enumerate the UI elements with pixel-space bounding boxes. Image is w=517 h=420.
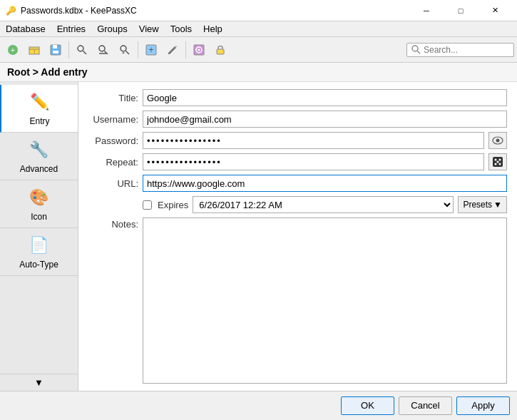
minimize-button[interactable]: ─ xyxy=(410,0,443,21)
toolbar-open[interactable]: ↑ xyxy=(24,40,44,60)
title-row: Title: xyxy=(88,89,507,106)
title-bar: 🔑 Passwords.kdbx - KeePassXC ─ □ ✕ xyxy=(0,0,517,21)
search-icon xyxy=(411,45,421,54)
toolbar-edit[interactable] xyxy=(163,40,183,60)
menu-view[interactable]: View xyxy=(133,21,165,37)
toolbar-search-btn[interactable] xyxy=(72,40,92,60)
window-title: Passwords.kdbx - KeePassXC xyxy=(21,6,137,16)
url-input[interactable] xyxy=(143,175,507,192)
svg-text:+: + xyxy=(11,46,15,54)
menu-bar: Database Entries Groups View Tools Help xyxy=(0,21,517,37)
expires-checkbox[interactable] xyxy=(143,200,152,210)
toolbar-add-entry[interactable]: + xyxy=(141,40,161,60)
title-input[interactable] xyxy=(143,89,507,106)
sidebar-item-advanced[interactable]: 🔧 Advanced xyxy=(0,133,78,180)
toolbar-sep-3 xyxy=(185,41,186,58)
svg-point-23 xyxy=(496,139,500,143)
eye-icon xyxy=(492,136,503,145)
svg-point-26 xyxy=(499,159,501,161)
expires-text: Expires xyxy=(158,200,188,210)
expires-row: Expires 6/26/2017 12:22 AM Presets ▼ xyxy=(88,196,507,213)
title-label: Title: xyxy=(88,93,138,103)
show-password-button[interactable] xyxy=(488,132,507,149)
username-input[interactable] xyxy=(143,111,507,128)
cancel-button[interactable]: Cancel xyxy=(399,396,452,415)
toolbar-search3[interactable] xyxy=(115,40,135,60)
sidebar: ✏️ Entry 🔧 Advanced 🎨 Icon 📄 Auto-Type ▼ xyxy=(0,82,78,391)
sidebar-item-autotype[interactable]: 📄 Auto-Type xyxy=(0,228,78,276)
sidebar-label-entry: Entry xyxy=(29,116,49,126)
toolbar-save[interactable] xyxy=(46,40,66,60)
title-bar-controls: ─ □ ✕ xyxy=(410,0,511,21)
apply-button[interactable]: Apply xyxy=(456,396,510,415)
password-label: Password: xyxy=(88,135,138,146)
repeat-input[interactable] xyxy=(143,153,484,170)
svg-point-18 xyxy=(198,48,200,51)
menu-database[interactable]: Database xyxy=(0,21,51,37)
password-row: Password: xyxy=(88,132,507,149)
toolbar-lock[interactable] xyxy=(210,40,230,60)
sidebar-label-autotype: Auto-Type xyxy=(19,260,58,270)
expires-date-select[interactable]: 6/26/2017 12:22 AM xyxy=(193,196,454,213)
password-input[interactable] xyxy=(143,132,484,149)
svg-text:↑: ↑ xyxy=(33,48,36,55)
scroll-down-icon: ▼ xyxy=(34,377,43,388)
icon-tab-icon: 🎨 xyxy=(28,186,51,209)
svg-point-20 xyxy=(412,46,418,51)
toolbar-sep-2 xyxy=(138,41,138,58)
username-row: Username: xyxy=(88,111,507,128)
menu-groups[interactable]: Groups xyxy=(91,21,133,37)
breadcrumb: Root > Add entry xyxy=(0,63,517,82)
toolbar-generate[interactable] xyxy=(189,40,209,60)
presets-label: Presets xyxy=(463,200,492,210)
sidebar-item-entry[interactable]: ✏️ Entry xyxy=(0,85,78,133)
url-row: URL: xyxy=(88,175,507,192)
toolbar-new-database[interactable]: + xyxy=(3,40,23,60)
svg-text:+: + xyxy=(148,45,153,55)
generate-password-button[interactable] xyxy=(488,153,507,170)
svg-point-27 xyxy=(495,163,497,165)
svg-rect-5 xyxy=(53,45,57,48)
autotype-icon: 📄 xyxy=(28,234,51,257)
sidebar-scroll-down[interactable]: ▼ xyxy=(0,374,78,391)
form-area: Title: Username: Password: Repeat: xyxy=(78,82,517,391)
close-button[interactable]: ✕ xyxy=(478,0,511,21)
svg-rect-19 xyxy=(217,49,224,54)
toolbar-search2[interactable] xyxy=(93,40,113,60)
maximize-button[interactable]: □ xyxy=(444,0,477,21)
footer: OK Cancel Apply xyxy=(0,391,517,419)
svg-point-28 xyxy=(499,163,501,165)
toolbar: + ↑ + xyxy=(0,37,517,63)
svg-point-7 xyxy=(78,46,83,51)
toolbar-sep-1 xyxy=(68,41,69,58)
advanced-icon: 🔧 xyxy=(28,138,51,161)
title-bar-left: 🔑 Passwords.kdbx - KeePassXC xyxy=(6,6,137,16)
presets-arrow-icon: ▼ xyxy=(493,200,502,210)
menu-tools[interactable]: Tools xyxy=(165,21,198,37)
entry-icon: ✏️ xyxy=(29,91,51,113)
repeat-label: Repeat: xyxy=(88,157,138,168)
sidebar-label-advanced: Advanced xyxy=(20,164,58,174)
svg-point-12 xyxy=(121,46,126,51)
svg-point-25 xyxy=(495,159,497,161)
main-content: ✏️ Entry 🔧 Advanced 🎨 Icon 📄 Auto-Type ▼… xyxy=(0,82,517,391)
search-input[interactable] xyxy=(424,45,509,55)
username-label: Username: xyxy=(88,114,138,125)
svg-line-8 xyxy=(83,51,87,54)
notes-textarea[interactable] xyxy=(143,217,507,384)
sidebar-item-icon[interactable]: 🎨 Icon xyxy=(0,180,78,228)
sidebar-label-icon: Icon xyxy=(31,212,47,222)
svg-point-9 xyxy=(99,46,105,51)
ok-button[interactable]: OK xyxy=(341,396,394,415)
menu-help[interactable]: Help xyxy=(198,21,228,37)
sidebar-bottom: ▼ xyxy=(0,374,78,391)
url-label: URL: xyxy=(88,178,138,189)
notes-area: Notes: xyxy=(88,217,507,384)
svg-rect-6 xyxy=(53,51,58,53)
notes-label: Notes: xyxy=(88,217,138,230)
toolbar-search-box[interactable] xyxy=(406,43,514,57)
repeat-row: Repeat: xyxy=(88,153,507,170)
menu-entries[interactable]: Entries xyxy=(51,21,91,37)
presets-button[interactable]: Presets ▼ xyxy=(458,196,507,213)
svg-line-13 xyxy=(126,51,130,54)
